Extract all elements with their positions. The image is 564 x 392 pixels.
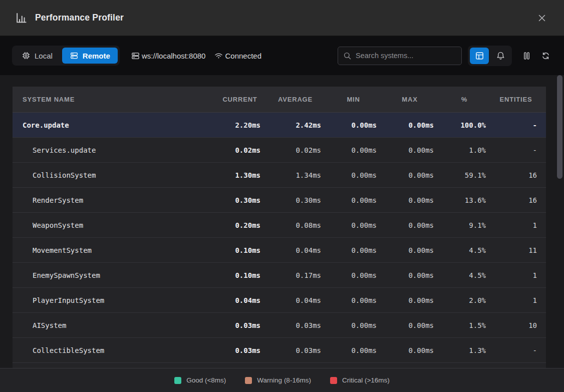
table-view-button[interactable] xyxy=(470,48,489,64)
system-name-cell: PlayerInputSystem xyxy=(13,296,219,304)
max-cell: 0.00ms xyxy=(386,296,443,304)
max-cell: 0.00ms xyxy=(386,321,443,329)
current-cell: 0.10ms xyxy=(219,271,269,279)
system-name-cell: Core.update xyxy=(13,121,219,129)
search-box xyxy=(338,47,462,65)
legend-item: Warning (8-16ms) xyxy=(245,376,311,384)
system-name-cell: AISystem xyxy=(13,321,219,329)
current-cell: 0.02ms xyxy=(219,146,269,154)
legend-item: Good (<8ms) xyxy=(174,376,226,384)
average-cell: 1.34ms xyxy=(269,171,330,179)
max-cell: 0.00ms xyxy=(386,121,443,129)
column-header[interactable]: SYSTEM NAME xyxy=(13,96,219,103)
average-cell: 0.17ms xyxy=(269,271,330,279)
table-row[interactable]: Core.update 2.20ms 2.42ms 0.00ms 0.00ms … xyxy=(13,113,546,138)
percent-cell: 100.0% xyxy=(443,121,495,129)
toolbar: Local Remote xyxy=(0,36,564,75)
page-title: Performance Profiler xyxy=(35,13,124,23)
notifications-button[interactable] xyxy=(491,48,510,64)
table-row[interactable]: RenderSystem 0.30ms 0.30ms 0.00ms 0.00ms… xyxy=(13,188,546,213)
system-name-cell: EnemySpawnSystem xyxy=(13,271,219,279)
search-input[interactable] xyxy=(356,52,456,60)
title-bar: Performance Profiler xyxy=(0,0,564,36)
legend-bar: Good (<8ms) Warning (8-16ms) Critical (>… xyxy=(0,368,564,392)
average-cell: 0.03ms xyxy=(269,346,330,354)
system-name-cell: WeaponSystem xyxy=(13,221,219,229)
current-cell: 0.03ms xyxy=(219,346,269,354)
column-header[interactable]: ENTITIES xyxy=(495,96,546,103)
server-icon xyxy=(70,51,79,60)
legend-swatch xyxy=(174,377,181,384)
column-header[interactable]: AVERAGE xyxy=(269,96,330,103)
legend-label: Critical (>16ms) xyxy=(342,376,390,384)
tab-remote-label: Remote xyxy=(83,52,110,60)
min-cell: 0.00ms xyxy=(330,221,386,229)
bell-icon xyxy=(496,51,505,61)
system-name-cell: Services.update xyxy=(13,146,219,154)
entities-cell: 1 xyxy=(495,221,546,229)
entities-cell: - xyxy=(495,346,546,354)
server-icon xyxy=(131,51,140,61)
entities-cell: - xyxy=(495,146,546,154)
close-button[interactable] xyxy=(535,11,549,25)
pause-icon xyxy=(522,51,531,61)
entities-cell: 1 xyxy=(495,271,546,279)
current-cell: 0.04ms xyxy=(219,296,269,304)
average-cell: 0.08ms xyxy=(269,221,330,229)
system-name-cell: CollisionSystem xyxy=(13,171,219,179)
system-name-cell: RenderSystem xyxy=(13,196,219,204)
tab-local[interactable]: Local xyxy=(14,48,60,64)
table-row[interactable]: AISystem 0.03ms 0.03ms 0.00ms 0.00ms 1.5… xyxy=(13,313,546,338)
percent-cell: 13.6% xyxy=(443,196,495,204)
view-toggle xyxy=(468,46,512,66)
scrollbar-thumb[interactable] xyxy=(557,75,562,179)
current-cell: 0.30ms xyxy=(219,196,269,204)
percent-cell: 1.0% xyxy=(443,146,495,154)
percent-cell: 4.5% xyxy=(443,246,495,254)
average-cell: 0.03ms xyxy=(269,321,330,329)
entities-cell: 11 xyxy=(495,246,546,254)
max-cell: 0.00ms xyxy=(386,271,443,279)
max-cell: 0.00ms xyxy=(386,221,443,229)
table-view-icon xyxy=(475,51,484,61)
column-header[interactable]: % xyxy=(443,96,495,103)
source-toggle: Local Remote xyxy=(12,46,120,66)
column-header[interactable]: MAX xyxy=(386,96,443,103)
refresh-icon xyxy=(541,51,550,61)
entities-cell: 1 xyxy=(495,296,546,304)
legend-swatch xyxy=(245,377,252,384)
legend-label: Warning (8-16ms) xyxy=(257,376,311,384)
min-cell: 0.00ms xyxy=(330,246,386,254)
average-cell: 2.42ms xyxy=(269,121,330,129)
table-row[interactable]: WeaponSystem 0.20ms 0.08ms 0.00ms 0.00ms… xyxy=(13,213,546,238)
tab-remote[interactable]: Remote xyxy=(62,48,118,64)
table-row[interactable]: CollectibleSystem 0.03ms 0.03ms 0.00ms 0… xyxy=(13,338,546,363)
connection-url: ws://localhost:8080 xyxy=(142,52,206,60)
partial-row xyxy=(13,363,546,368)
system-name-cell: CollectibleSystem xyxy=(13,346,219,354)
pause-button[interactable] xyxy=(520,49,533,62)
min-cell: 0.00ms xyxy=(330,296,386,304)
column-header[interactable]: MIN xyxy=(330,96,386,103)
entities-cell: 16 xyxy=(495,171,546,179)
table-row[interactable]: MovementSystem 0.10ms 0.04ms 0.00ms 0.00… xyxy=(13,238,546,263)
column-header[interactable]: CURRENT xyxy=(219,96,269,103)
entities-cell: 10 xyxy=(495,321,546,329)
table-row[interactable]: CollisionSystem 1.30ms 1.34ms 0.00ms 0.0… xyxy=(13,163,546,188)
refresh-button[interactable] xyxy=(539,49,552,62)
table-row[interactable]: Services.update 0.02ms 0.02ms 0.00ms 0.0… xyxy=(13,138,546,163)
table-row[interactable]: PlayerInputSystem 0.04ms 0.04ms 0.00ms 0… xyxy=(13,288,546,313)
min-cell: 0.00ms xyxy=(330,321,386,329)
min-cell: 0.00ms xyxy=(330,146,386,154)
percent-cell: 1.3% xyxy=(443,346,495,354)
legend-label: Good (<8ms) xyxy=(186,376,226,384)
percent-cell: 4.5% xyxy=(443,271,495,279)
percent-cell: 9.1% xyxy=(443,221,495,229)
min-cell: 0.00ms xyxy=(330,121,386,129)
min-cell: 0.00ms xyxy=(330,346,386,354)
current-cell: 0.10ms xyxy=(219,246,269,254)
current-cell: 1.30ms xyxy=(219,171,269,179)
table-row[interactable]: EnemySpawnSystem 0.10ms 0.17ms 0.00ms 0.… xyxy=(13,263,546,288)
average-cell: 0.04ms xyxy=(269,246,330,254)
current-cell: 2.20ms xyxy=(219,121,269,129)
